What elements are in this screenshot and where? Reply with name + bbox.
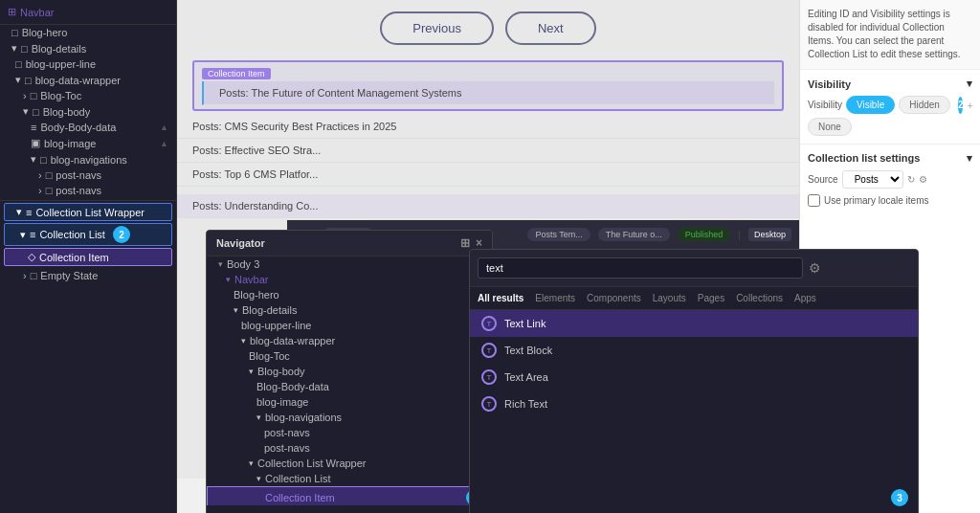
chevron-down-icon: ▾ — [16, 206, 22, 218]
nav-item-label: post-navs — [264, 427, 310, 438]
gear-icon[interactable]: ⚙ — [809, 260, 821, 276]
sidebar-item-collection-wrapper[interactable]: ▾ ≡ Collection List Wrapper — [4, 203, 172, 221]
visibility-label: Visibility — [808, 78, 851, 90]
nav-body-data[interactable]: Blog-Body-data — [207, 379, 492, 394]
sidebar-item-label: post-navs — [56, 169, 101, 181]
visible-button[interactable]: Visible — [846, 96, 895, 114]
close-icon[interactable]: × — [476, 236, 482, 250]
result-text-block[interactable]: T Text Block — [470, 337, 918, 364]
locale-checkbox[interactable] — [808, 194, 820, 207]
posts-tem-chip[interactable]: Posts Tem... — [527, 228, 590, 241]
sidebar-item-post-navs-1[interactable]: › □ post-navs — [0, 167, 176, 183]
sidebar-item-body-data[interactable]: ≡ Body-Body-data ▲ — [0, 120, 176, 135]
page-icon: □ — [11, 27, 18, 38]
sidebar-item-collection-list[interactable]: ▾ ≡ Collection List 2 — [4, 223, 172, 246]
result-label: Text Link — [504, 318, 546, 329]
diamond-icon: ◇ — [28, 251, 35, 263]
sidebar-item-blog-data-wrapper[interactable]: ▾ □ blog-data-wrapper — [0, 72, 176, 88]
search-input[interactable] — [478, 257, 803, 279]
post-item-3[interactable]: Posts: Effective SEO Stra... — [177, 139, 799, 163]
nav-item-label: blog-image — [256, 396, 308, 408]
left-sidebar: ⊞ Navbar □ Blog-hero ▾ □ Blog-details □ … — [0, 0, 177, 513]
nav-blog-data-wrapper[interactable]: ▾ blog-data-wrapper — [207, 333, 492, 348]
visibility-row: Visibility Visible Hidden 2 + — [808, 96, 972, 114]
nav-blog-hero[interactable]: Blog-hero — [207, 287, 492, 302]
nav-body3[interactable]: ▾ Body 3 — [207, 256, 492, 272]
sidebar-item-post-navs-2[interactable]: › □ post-navs — [0, 183, 176, 198]
sidebar-item-blog-image[interactable]: ▣ blog-image ▲ — [0, 135, 176, 151]
sidebar-item-blog-upper[interactable]: □ blog-upper-line — [0, 56, 176, 72]
sidebar-item-collection-item[interactable]: ◇ Collection Item — [4, 248, 172, 266]
post-item-2[interactable]: Posts: CMS Security Best Practices in 20… — [177, 115, 799, 139]
desktop-button[interactable]: Desktop — [748, 228, 791, 241]
previous-button[interactable]: Previous — [380, 11, 494, 45]
result-text-link[interactable]: T Text Link — [470, 310, 918, 337]
nav-blog-upper[interactable]: blog-upper-line — [207, 318, 492, 333]
refresh-icon[interactable]: ↻ — [907, 174, 915, 185]
chevron-down-icon: ▾ — [967, 152, 972, 165]
sidebar-item-blog-toc[interactable]: › □ Blog-Toc — [0, 88, 176, 103]
filter-components[interactable]: Components — [587, 291, 641, 305]
post-item-5[interactable]: Posts: Understanding Co... — [177, 194, 799, 218]
result-label: Text Block — [504, 345, 552, 356]
nav-item-label: blog-navigations — [265, 412, 342, 423]
filter-layouts[interactable]: Layouts — [653, 291, 686, 305]
sidebar-item-blog-navigations[interactable]: ▾ □ blog-navigations — [0, 151, 176, 167]
hidden-button[interactable]: Hidden — [899, 96, 950, 114]
source-select[interactable]: Posts — [842, 170, 903, 189]
filter-all[interactable]: All results — [478, 291, 523, 305]
none-row: None — [808, 118, 972, 136]
sidebar-item-label: blog-data-wrapper — [35, 75, 121, 86]
expand-icon[interactable]: ⊞ — [460, 236, 470, 250]
nav-navbar[interactable]: ▾ Navbar — [207, 272, 492, 287]
sidebar-item-blog-body[interactable]: ▾ □ Blog-body — [0, 103, 176, 120]
settings-icon[interactable]: ⚙ — [919, 174, 927, 185]
filter-pages[interactable]: Pages — [698, 291, 724, 305]
nav-blog-body[interactable]: ▾ Blog-body — [207, 364, 492, 379]
sidebar-item-label: Collection Item — [39, 252, 109, 263]
nav-blog-image[interactable]: blog-image — [207, 394, 492, 410]
future-chip[interactable]: The Future o... — [598, 228, 670, 241]
list-icon: ≡ — [26, 207, 32, 218]
sidebar-item-blog-hero[interactable]: □ Blog-hero — [0, 25, 176, 40]
nav-item-label: Blog-Toc — [249, 350, 290, 362]
next-button[interactable]: Next — [505, 11, 596, 45]
nav-item-label: blog-data-wrapper — [250, 335, 335, 346]
nav-post-navs-2[interactable]: post-navs — [207, 440, 492, 456]
locale-checkbox-row: Use primary locale items — [808, 194, 972, 207]
filter-collections[interactable]: Collections — [736, 291, 783, 305]
result-rich-text[interactable]: T Rich Text — [470, 390, 918, 417]
post-item-1[interactable]: Posts: The Future of Content Management … — [202, 81, 774, 105]
search-results: T Text Link T Text Block T Text Area T R… — [470, 310, 918, 492]
sidebar-item-label: Blog-hero — [22, 27, 68, 38]
search-header: ⚙ — [470, 250, 918, 287]
filter-elements[interactable]: Elements — [535, 291, 575, 305]
sidebar-title: Navbar — [20, 7, 54, 18]
nav-blog-navs[interactable]: ▾ blog-navigations — [207, 410, 492, 425]
chevron-down-icon: ▾ — [20, 229, 26, 241]
nav-collection-list[interactable]: ▾ Collection List — [207, 471, 492, 486]
sidebar-item-blog-details[interactable]: ▾ □ Blog-details — [0, 40, 176, 56]
sidebar-item-label: Blog-details — [32, 43, 86, 55]
plus-icon[interactable]: + — [967, 100, 972, 111]
page-icon: □ — [15, 58, 22, 70]
nav-collection-item[interactable]: Collection Item 3 — [207, 486, 492, 505]
chevron-down-icon: ▾ — [967, 78, 972, 90]
sidebar-item-empty-state[interactable]: › □ Empty State — [0, 268, 176, 283]
nav-item-label: Blog-hero — [234, 289, 279, 301]
nav-post-navs-1[interactable]: post-navs — [207, 425, 492, 440]
badge-2: 2 — [113, 226, 130, 243]
badge-3-search: 3 — [891, 489, 908, 506]
nav-blog-toc[interactable]: Blog-Toc — [207, 348, 492, 364]
navigator-body: ▾ Body 3 ▾ Navbar Blog-hero ▾ Blog-detai… — [207, 256, 492, 505]
page-icon: □ — [40, 154, 47, 166]
filter-apps[interactable]: Apps — [794, 291, 816, 305]
none-button[interactable]: None — [808, 118, 852, 136]
post-item-4[interactable]: Posts: Top 6 CMS Platfor... — [177, 163, 799, 187]
nav-item-label: Blog-body — [257, 366, 305, 377]
nav-blog-details[interactable]: ▾ Blog-details — [207, 302, 492, 318]
panel-info-text: Editing ID and Visibility settings is di… — [800, 0, 980, 70]
nav-collection-wrapper[interactable]: ▾ Collection List Wrapper — [207, 456, 492, 471]
result-text-area[interactable]: T Text Area — [470, 364, 918, 390]
collection-item-wrapper: Collection Item Posts: The Future of Con… — [192, 60, 784, 111]
